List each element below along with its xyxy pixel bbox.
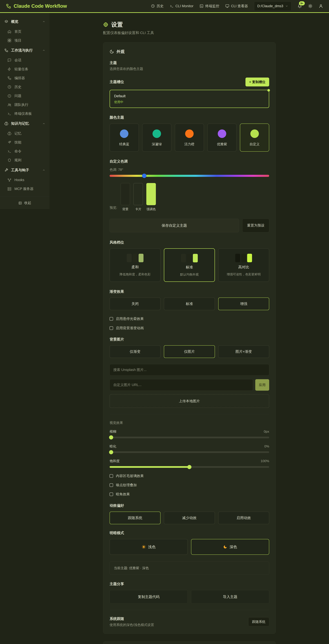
sidebar-item-label: 团队执行 — [15, 102, 28, 107]
sidebar-item-light-tasks[interactable]: 轻量任务 — [0, 65, 50, 74]
bg-mode-image-only[interactable]: 仅图片 — [164, 345, 215, 358]
brain-icon — [8, 132, 11, 136]
blur-slider-thumb[interactable] — [109, 435, 113, 440]
follow-system-button[interactable]: 跟随系统 — [248, 617, 269, 626]
darken-slider[interactable] — [110, 451, 269, 453]
terminal-square-icon — [200, 4, 203, 8]
noise-checkbox[interactable] — [110, 484, 113, 487]
hover-glow-checkbox-row[interactable]: 启用悬停光晕效果 — [110, 316, 269, 321]
preview-accent: 强调色 — [146, 183, 156, 212]
sidebar-item-skills[interactable]: 技能 — [0, 138, 50, 147]
sidebar-item-commands[interactable]: 命令 — [0, 147, 50, 156]
sidebar-item-rules[interactable]: 规则 — [0, 156, 50, 164]
preview-background: 背景 — [121, 183, 130, 212]
sidebar-item-mcp-server[interactable]: MCP 服务器 — [0, 184, 50, 193]
tier-name: 柔和 — [132, 264, 139, 270]
sidebar-item-sessions[interactable]: 会话 — [0, 56, 50, 65]
language-card: 语言 显示语言 选择界面的首选语言 CN 中文 — [103, 641, 276, 644]
unsplash-search-input[interactable] — [110, 364, 269, 376]
bg-mode-gradient-only[interactable]: 仅渐变 — [110, 345, 161, 358]
import-theme-button[interactable]: 导入主题 — [191, 590, 269, 604]
mode-label: 明暗模式 — [110, 530, 269, 536]
nav-terminal-monitor[interactable]: 终端监控 — [200, 4, 219, 9]
theme-option-blue[interactable]: 经典蓝 — [110, 124, 139, 152]
theme-option-green[interactable]: 深邃绿 — [142, 124, 171, 152]
blur-label: 模糊 — [110, 429, 116, 434]
nav-history[interactable]: 历史 — [151, 4, 164, 9]
theme-slot-default[interactable]: Default 使用中 — [110, 90, 269, 108]
app-brand[interactable]: Claude Code Workflow — [6, 2, 67, 10]
sidebar-item-orchestrator[interactable]: 编排器 — [0, 74, 50, 82]
copy-theme-code-button[interactable]: 复制主题代码 — [110, 590, 188, 604]
vignette-checkbox-row[interactable]: 暗角效果 — [110, 492, 269, 497]
tier-standard[interactable]: 标准 默认均衡外观 — [164, 248, 215, 282]
gradient-standard[interactable]: 标准 — [164, 298, 215, 310]
apply-url-button[interactable]: 应用 — [255, 379, 269, 391]
hue-slider[interactable] — [110, 175, 269, 177]
bg-anim-checkbox[interactable] — [110, 326, 113, 330]
sidebar-collapse-button[interactable]: 收起 — [0, 197, 50, 209]
sidebar-group-tools[interactable]: 工具与钩子 — [0, 165, 50, 176]
sidebar-item-label: 技能 — [15, 140, 22, 145]
nav-cli-monitor[interactable]: CLI Monitor — [170, 4, 193, 9]
project-selector[interactable]: D:/Claude_dms3 — [254, 2, 291, 11]
tier-soft[interactable]: 柔和 降低饱和度，柔和色彩 — [110, 248, 161, 282]
sidebar-item-history[interactable]: 历史 — [0, 82, 50, 92]
bg-mode-image-gradient[interactable]: 图片+渐变 — [218, 345, 269, 358]
vignette-checkbox[interactable] — [110, 492, 113, 496]
theme-option-purple[interactable]: 优雅紫 — [207, 124, 237, 152]
copy-slot-button[interactable]: + 复制槽位 — [245, 78, 269, 86]
reset-preset-button[interactable]: 重置为预设 — [242, 219, 269, 232]
theme-color-swatch — [218, 130, 226, 138]
sidebar-group-overview[interactable]: 概览 — [0, 16, 50, 27]
theme-option-label: 优雅紫 — [217, 142, 227, 147]
sidebar-group-label: 工具与钩子 — [11, 168, 29, 173]
noise-checkbox-row[interactable]: 噪点纹理叠加 — [110, 482, 269, 488]
tier-high-contrast[interactable]: 高对比 增强可读性，色彩更鲜明 — [218, 248, 269, 282]
hover-glow-checkbox[interactable] — [110, 317, 113, 320]
sidebar-item-terminal-dashboard[interactable]: 终端仪表板 — [0, 109, 50, 118]
blur-slider[interactable] — [110, 437, 269, 438]
shield-icon — [8, 158, 11, 162]
theme-toggle-button[interactable] — [308, 4, 312, 8]
palette-grid: 经典蓝 深邃绿 活力橙 优雅紫 — [110, 124, 269, 152]
sidebar-item-projects[interactable]: 项目 — [0, 36, 50, 45]
gradient-off[interactable]: 关闭 — [110, 298, 161, 310]
sidebar-item-label: 历史 — [15, 84, 22, 90]
mode-light-button[interactable]: 浅色 — [110, 539, 188, 555]
motion-enable[interactable]: 启用动效 — [218, 512, 269, 524]
nav-cli-viewer[interactable]: CLI 查看器 — [225, 4, 248, 9]
save-custom-theme-button[interactable]: 保存自定义主题 — [110, 219, 239, 232]
sidebar-group-workflow[interactable]: 工作流与执行 — [0, 45, 50, 56]
custom-url-input[interactable] — [110, 379, 253, 391]
sidebar-item-hooks[interactable]: Hooks — [0, 176, 50, 184]
notifications-button[interactable]: 9+ — [297, 4, 302, 8]
glass-checkbox[interactable] — [110, 474, 113, 478]
sidebar-group-knowledge[interactable]: 知识与记忆 — [0, 118, 50, 129]
sidebar-item-home[interactable]: 首页 — [0, 27, 50, 36]
appearance-title-row: 外观 — [110, 49, 269, 54]
hue-slider-thumb[interactable] — [142, 174, 146, 178]
saturation-slider-thumb[interactable] — [187, 465, 191, 469]
sidebar-item-issues[interactable]: 问题 — [0, 92, 50, 100]
glass-checkbox-row[interactable]: 内容区毛玻璃效果 — [110, 474, 269, 478]
mode-dark-button[interactable]: 深色 — [191, 539, 269, 555]
sidebar-item-team-execution[interactable]: 团队执行 — [0, 100, 50, 109]
motion-reduce[interactable]: 减少动效 — [164, 512, 215, 524]
motion-follow-system[interactable]: 跟随系统 — [110, 512, 161, 524]
sidebar-item-label: 首页 — [15, 29, 22, 34]
theme-option-orange[interactable]: 活力橙 — [175, 124, 204, 152]
chevron-up-icon — [43, 49, 45, 52]
gradient-enhanced[interactable]: 增强 — [218, 298, 269, 310]
bg-anim-checkbox-row[interactable]: 启用背景渐变动画 — [110, 326, 269, 331]
theme-option-label: 自定义 — [250, 142, 260, 147]
upload-local-image-button[interactable]: 上传本地图片 — [110, 394, 269, 408]
vignette-label: 暗角效果 — [116, 492, 130, 497]
account-button[interactable] — [319, 4, 323, 8]
darken-slider-thumb[interactable] — [109, 450, 113, 454]
saturation-slider[interactable] — [110, 466, 269, 468]
sidebar-item-memory[interactable]: 记忆 — [0, 129, 50, 138]
system-follow-desc: 使用系统的深色/浅色模式设置 — [110, 622, 154, 628]
notification-badge: 9+ — [299, 1, 305, 6]
theme-option-custom[interactable]: 自定义 — [240, 124, 269, 152]
